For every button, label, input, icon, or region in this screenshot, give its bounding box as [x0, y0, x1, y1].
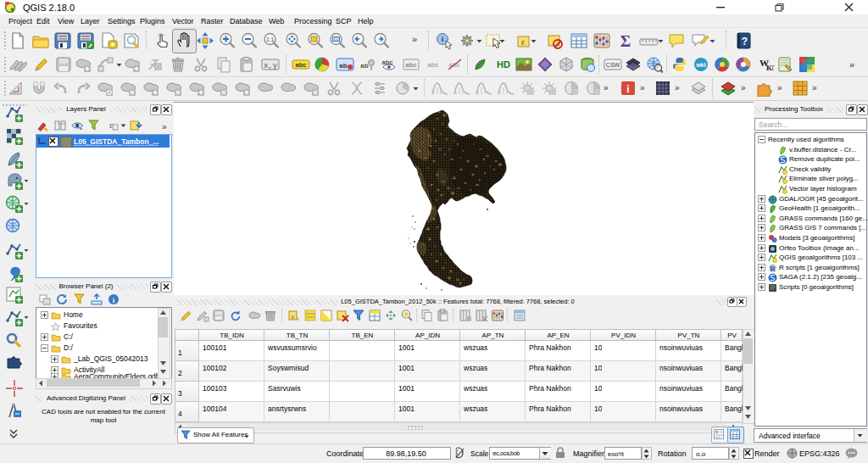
svg-text:wkt: wkt: [695, 62, 706, 68]
svg-text:abc: abc: [406, 61, 417, 69]
svg-text:abc: abc: [428, 61, 439, 69]
svg-text:?: ?: [742, 36, 748, 47]
svg-text:Σ: Σ: [620, 32, 631, 50]
svg-text:ab: ab: [360, 62, 368, 70]
svg-text:ab: ab: [339, 62, 347, 70]
svg-text:T: T: [771, 64, 775, 72]
svg-text:HD: HD: [497, 59, 510, 70]
svg-text:abc: abc: [296, 61, 307, 69]
svg-text:x,y: x,y: [264, 62, 278, 70]
svg-text:ε: ε: [521, 36, 526, 47]
svg-text:R: R: [770, 265, 776, 273]
svg-text:CSW: CSW: [606, 62, 620, 68]
svg-text:1:1: 1:1: [266, 36, 274, 42]
